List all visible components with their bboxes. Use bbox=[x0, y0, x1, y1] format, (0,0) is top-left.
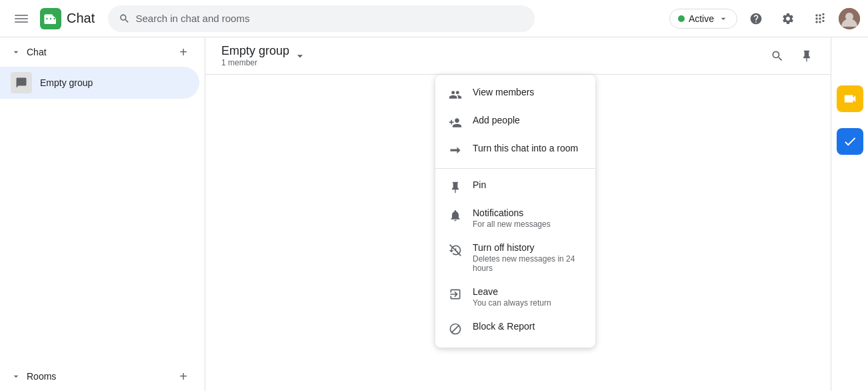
leave-sublabel: You can always return bbox=[473, 298, 551, 308]
dropdown-menu: View members Add people Turn this chat i… bbox=[435, 75, 595, 348]
group-name: Empty group bbox=[221, 44, 289, 58]
svg-point-4 bbox=[46, 17, 47, 19]
main-layout: Chat + Empty group Rooms + Empty group bbox=[0, 37, 868, 391]
add-people-text: Add people bbox=[473, 115, 520, 125]
turn-off-history-label: Turn off history bbox=[473, 242, 582, 253]
block-report-label: Block & Report bbox=[473, 321, 535, 332]
avatar[interactable] bbox=[839, 8, 860, 29]
chat-section-label: Chat bbox=[27, 47, 47, 57]
group-name-button[interactable]: Empty group 1 member bbox=[216, 41, 312, 70]
menu-item-block-report[interactable]: Block & Report bbox=[435, 314, 595, 342]
turn-into-room-icon bbox=[449, 144, 462, 157]
svg-point-6 bbox=[53, 17, 55, 19]
help-button[interactable] bbox=[743, 5, 769, 32]
search-content-button[interactable] bbox=[764, 43, 791, 69]
add-chat-button[interactable]: + bbox=[173, 41, 194, 63]
add-room-button[interactable]: + bbox=[173, 366, 194, 387]
chevron-down-icon bbox=[293, 49, 307, 63]
notifications-sublabel: For all new messages bbox=[473, 220, 551, 229]
pin-button[interactable] bbox=[793, 43, 820, 69]
right-panel-meet-icon[interactable] bbox=[837, 85, 863, 112]
right-panel bbox=[831, 37, 868, 391]
turn-off-history-sublabel: Deletes new messages in 24 hours bbox=[473, 254, 582, 273]
turn-into-room-label: Turn this chat into a room bbox=[473, 143, 578, 153]
header-right: Active bbox=[669, 5, 860, 32]
right-panel-tasks-icon[interactable] bbox=[837, 128, 863, 155]
search-bar[interactable] bbox=[108, 5, 535, 32]
settings-button[interactable] bbox=[775, 5, 801, 32]
pin-text: Pin bbox=[473, 179, 486, 190]
notifications-text: Notifications For all new messages bbox=[473, 208, 551, 229]
chat-section-title: Chat bbox=[11, 47, 47, 57]
menu-button[interactable] bbox=[8, 5, 35, 32]
menu-item-view-members[interactable]: View members bbox=[435, 80, 595, 108]
member-count: 1 member bbox=[221, 58, 289, 67]
notifications-label: Notifications bbox=[473, 208, 551, 218]
rooms-section-header[interactable]: Rooms + bbox=[0, 362, 205, 391]
leave-text: Leave You can always return bbox=[473, 286, 551, 308]
content-header: Empty group 1 member bbox=[205, 37, 831, 75]
svg-point-5 bbox=[50, 17, 51, 19]
menu-divider-1 bbox=[435, 168, 595, 169]
add-people-icon bbox=[449, 116, 462, 129]
block-report-icon bbox=[449, 322, 462, 336]
view-members-text: View members bbox=[473, 87, 534, 97]
rooms-section-label: Rooms bbox=[27, 371, 56, 382]
menu-item-pin[interactable]: Pin bbox=[435, 173, 595, 201]
status-button[interactable]: Active bbox=[669, 9, 737, 29]
turn-into-room-text: Turn this chat into a room bbox=[473, 143, 578, 153]
content-header-right bbox=[764, 43, 820, 69]
pin-icon bbox=[449, 181, 462, 194]
sidebar-item-label: Empty group bbox=[40, 77, 93, 88]
view-members-label: View members bbox=[473, 87, 534, 97]
chevron-down-icon bbox=[11, 371, 21, 382]
app-logo: Chat bbox=[40, 8, 95, 29]
sidebar-item-empty-group[interactable]: Empty group bbox=[0, 67, 199, 99]
content-area: Empty group 1 member bbox=[205, 37, 831, 391]
chevron-down-icon bbox=[718, 13, 729, 24]
apps-button[interactable] bbox=[807, 5, 833, 32]
leave-icon bbox=[449, 288, 462, 301]
app-title: Chat bbox=[67, 11, 95, 26]
svg-rect-2 bbox=[15, 21, 28, 23]
app-header: Chat Active bbox=[0, 0, 868, 37]
pin-label: Pin bbox=[473, 179, 486, 190]
rooms-section-title: Rooms bbox=[11, 371, 56, 382]
block-report-text: Block & Report bbox=[473, 321, 535, 332]
view-members-icon bbox=[449, 88, 462, 101]
status-dot bbox=[678, 15, 685, 22]
notifications-icon bbox=[449, 209, 462, 222]
search-input[interactable] bbox=[136, 13, 525, 24]
group-name-text: Empty group 1 member bbox=[221, 44, 289, 67]
menu-item-turn-off-history[interactable]: Turn off history Deletes new messages in… bbox=[435, 236, 595, 280]
menu-item-add-people[interactable]: Add people bbox=[435, 108, 595, 136]
menu-item-leave[interactable]: Leave You can always return bbox=[435, 280, 595, 314]
chat-section-header[interactable]: Chat + bbox=[0, 37, 205, 67]
chevron-down-icon bbox=[11, 47, 21, 57]
chat-group-icon bbox=[11, 72, 32, 93]
search-icon bbox=[119, 13, 130, 25]
sidebar: Chat + Empty group Rooms + bbox=[0, 37, 205, 391]
add-people-label: Add people bbox=[473, 115, 520, 125]
menu-item-turn-into-room[interactable]: Turn this chat into a room bbox=[435, 136, 595, 164]
turn-off-history-text: Turn off history Deletes new messages in… bbox=[473, 242, 582, 273]
status-label: Active bbox=[689, 13, 714, 24]
leave-label: Leave bbox=[473, 286, 551, 297]
svg-rect-1 bbox=[15, 18, 28, 19]
menu-item-notifications[interactable]: Notifications For all new messages bbox=[435, 201, 595, 236]
turn-off-history-icon bbox=[449, 244, 462, 257]
svg-rect-0 bbox=[15, 15, 28, 16]
